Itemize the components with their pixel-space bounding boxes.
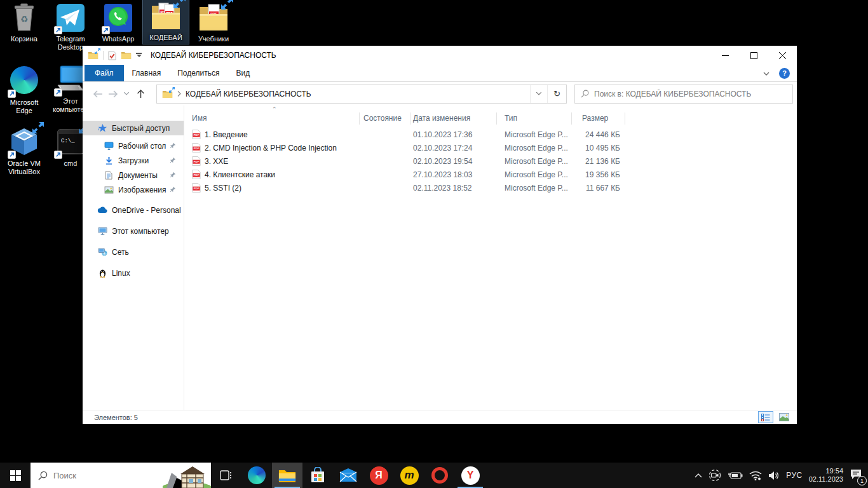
desktop-icon-label: КОДЕБАЙ — [143, 34, 189, 42]
sidebar-item-label: OneDrive - Personal — [112, 206, 181, 215]
sidebar-item-label: Сеть — [112, 248, 129, 257]
column-header-size[interactable]: Размер — [572, 112, 625, 125]
language-indicator[interactable]: РУС — [786, 471, 803, 480]
tab-view[interactable]: Вид — [227, 65, 258, 81]
clock[interactable]: 19:54 02.11.2023 — [809, 467, 843, 484]
sidebar-item-downloads[interactable]: Загрузки — [83, 153, 184, 168]
tab-share[interactable]: Поделиться — [169, 65, 227, 81]
system-tray: РУС 19:54 02.11.2023 1 — [695, 463, 868, 488]
telegram-icon — [55, 3, 86, 33]
taskbar: Я m Y РУС 19:54 02.11.2023 1 — [0, 463, 868, 488]
desktop-icon-whatsapp[interactable]: WhatsApp — [95, 1, 141, 45]
taskbar-store-icon[interactable] — [302, 463, 333, 488]
explorer-search-input[interactable] — [594, 90, 792, 98]
tab-home[interactable]: Главная — [124, 65, 170, 81]
taskbar-yandex-browser-icon[interactable]: Y — [455, 463, 485, 488]
explorer-search-box[interactable] — [574, 85, 793, 104]
action-center-button[interactable]: 1 — [850, 468, 862, 482]
column-headers: Имя Состояние Дата изменения Тип Размер — [191, 111, 797, 125]
tab-file[interactable]: Файл — [85, 65, 124, 81]
expand-ribbon-button[interactable] — [763, 69, 770, 78]
file-type: Microsoft Edge P... — [497, 157, 572, 166]
file-modified: 02.10.2023 17:24 — [410, 144, 497, 152]
sidebar-item-quick-access[interactable]: Быстрый доступ — [83, 121, 184, 135]
address-folder-icon — [162, 90, 173, 98]
task-view-button[interactable] — [211, 463, 241, 488]
refresh-button[interactable]: ↻ — [547, 85, 566, 103]
new-folder-button[interactable] — [121, 51, 132, 60]
desktop-icon-virtualbox[interactable]: Oracle VM VirtualBox — [1, 126, 47, 178]
column-header-name[interactable]: Имя — [191, 112, 360, 125]
svg-text:PDF: PDF — [194, 173, 200, 177]
forward-button[interactable] — [105, 90, 121, 98]
sidebar-item-desktop[interactable]: Рабочий стол — [83, 139, 184, 153]
desktop-icon-kodebay-folder[interactable]: PDF PDF КОДЕБАЙ — [143, 0, 189, 44]
customize-qat-button[interactable] — [136, 53, 142, 58]
file-modified: 01.10.2023 17:36 — [410, 130, 497, 139]
taskbar-yellow-m-app-icon[interactable]: m — [394, 463, 424, 488]
large-icons-view-button[interactable] — [776, 411, 792, 423]
address-bar[interactable]: КОДЕБАЙ КИБЕРБЕЗОПАСНОСТЬ ↻ — [156, 85, 567, 104]
navigation-pane: Быстрый доступ Рабочий стол Загрузки Док… — [83, 105, 184, 410]
pin-icon[interactable] — [170, 186, 176, 194]
column-header-type[interactable]: Тип — [497, 112, 572, 125]
help-button[interactable]: ? — [779, 68, 790, 79]
meet-now-icon[interactable] — [709, 469, 721, 482]
sidebar-item-label: Быстрый доступ — [112, 124, 170, 133]
hidden-icons-chevron[interactable] — [695, 473, 702, 478]
file-row[interactable]: PDF2. CMD Injection & PHP Code Injection… — [191, 141, 797, 154]
battery-icon[interactable] — [728, 471, 743, 480]
pin-icon[interactable] — [170, 142, 176, 151]
shortcut-arrow-icon — [54, 151, 62, 159]
svg-text:PDF: PDF — [194, 187, 200, 190]
taskbar-edge-icon[interactable] — [241, 463, 272, 488]
sidebar-item-label: Загрузки — [118, 156, 149, 165]
wifi-icon[interactable] — [749, 471, 762, 480]
sidebar-item-documents[interactable]: Документы — [83, 168, 184, 182]
pdf-file-icon: PDF — [192, 183, 201, 193]
clock-date: 02.11.2023 — [809, 475, 843, 484]
start-button[interactable] — [0, 463, 31, 488]
taskbar-opera-icon[interactable] — [424, 463, 455, 488]
close-button[interactable] — [768, 46, 797, 65]
file-row[interactable]: PDF3. XXE 02.10.2023 19:54 Microsoft Edg… — [191, 154, 797, 168]
file-row[interactable]: PDF4. Клиентские атаки 27.10.2023 18:03 … — [191, 168, 797, 181]
taskbar-mail-icon[interactable] — [333, 463, 363, 488]
file-row[interactable]: PDF1. Введение 01.10.2023 17:36 Microsof… — [191, 128, 797, 141]
sidebar-item-onedrive[interactable]: OneDrive - Personal — [83, 203, 184, 217]
desktop-icon-uchebniki-folder[interactable]: PDF Учебники — [191, 1, 236, 45]
quick-access-toolbar — [83, 51, 142, 60]
svg-text:♻: ♻ — [20, 15, 28, 24]
pin-icon[interactable] — [170, 156, 176, 165]
file-modified: 02.10.2023 19:54 — [410, 157, 497, 166]
taskbar-search-box[interactable] — [31, 463, 211, 488]
recent-locations-button[interactable] — [121, 92, 132, 95]
volume-icon[interactable] — [768, 471, 780, 480]
file-modified: 02.11.2023 18:52 — [410, 184, 497, 193]
up-button[interactable] — [132, 89, 149, 98]
desktop-folder-icon — [103, 142, 114, 150]
file-row[interactable]: PDF5. SSTI (2) 02.11.2023 18:52 Microsof… — [191, 181, 797, 194]
column-header-status[interactable]: Состояние — [360, 112, 410, 125]
recycle-bin-icon: ♻ — [9, 3, 39, 33]
pin-icon[interactable] — [170, 171, 176, 180]
desktop-icon-recycle-bin[interactable]: ♻ Корзина — [1, 1, 47, 45]
details-view-button[interactable] — [758, 411, 773, 423]
back-button[interactable] — [90, 90, 105, 98]
sidebar-item-this-pc[interactable]: Этот компьютер — [83, 224, 184, 238]
breadcrumb-path[interactable]: КОДЕБАЙ КИБЕРБЕЗОПАСНОСТЬ — [186, 90, 311, 98]
maximize-button[interactable] — [740, 46, 768, 65]
sidebar-item-linux[interactable]: Linux — [83, 266, 184, 280]
minimize-button[interactable] — [711, 46, 740, 65]
sidebar-item-pictures[interactable]: Изображения — [83, 182, 184, 197]
column-header-modified[interactable]: Дата изменения — [410, 112, 497, 125]
desktop-icon-microsoft-edge[interactable]: Microsoft Edge — [1, 64, 47, 117]
properties-button[interactable] — [108, 51, 116, 60]
sidebar-item-network[interactable]: Сеть — [83, 245, 184, 259]
edge-icon — [9, 66, 39, 97]
taskbar-file-explorer-icon[interactable] — [272, 463, 302, 488]
taskbar-yandex-icon[interactable]: Я — [363, 463, 394, 488]
svg-text:PDF: PDF — [194, 160, 200, 163]
file-explorer-window: КОДЕБАЙ КИБЕРБЕЗОПАСНОСТЬ Файл Главная П… — [83, 46, 797, 424]
address-dropdown-button[interactable] — [530, 85, 547, 103]
